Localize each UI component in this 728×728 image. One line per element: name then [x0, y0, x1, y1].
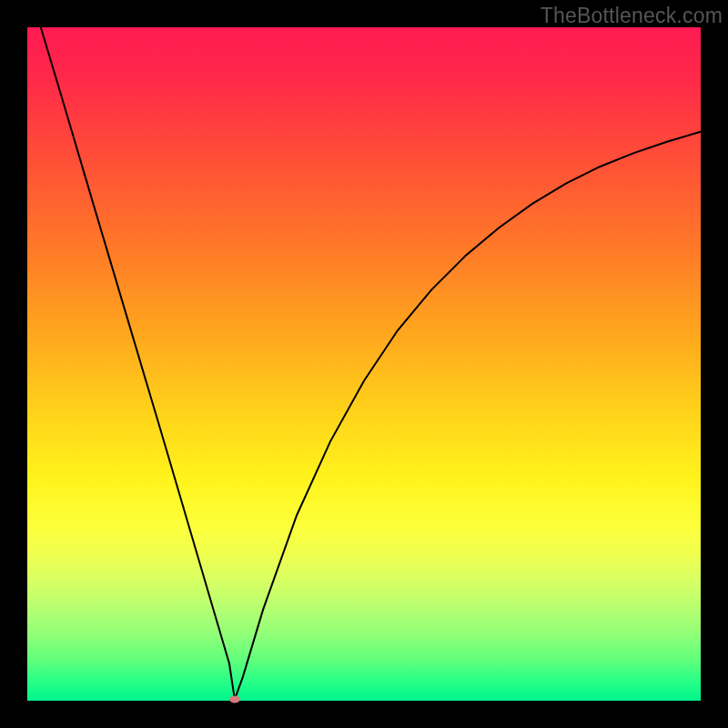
bottleneck-marker — [229, 696, 240, 703]
plot-area — [27, 27, 701, 701]
watermark-text: TheBottleneck.com — [541, 4, 723, 28]
curve-layer — [27, 27, 701, 701]
bottleneck-curve — [41, 27, 701, 700]
chart-container: TheBottleneck.com — [0, 0, 728, 728]
